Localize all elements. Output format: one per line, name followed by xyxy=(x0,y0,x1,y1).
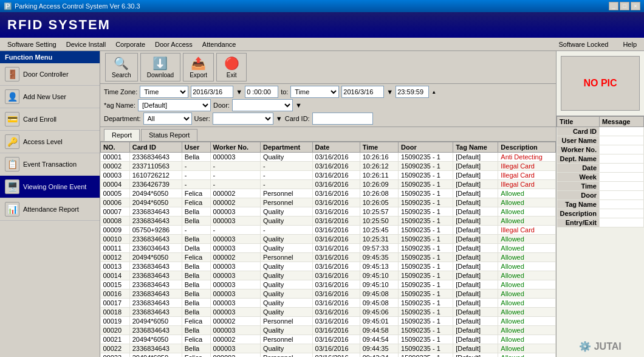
cell-date: 03/16/2016 xyxy=(312,317,360,326)
info-col-message: Message xyxy=(600,117,644,127)
sidebar-item-viewing-online-event[interactable]: 🖥️ Viewing Online Event xyxy=(0,176,100,198)
menu-software-setting[interactable]: Software Setting xyxy=(2,40,61,49)
cell-time: 10:26:11 xyxy=(360,171,398,180)
cell-dept: Quality xyxy=(260,207,312,217)
sidebar-item-add-new-user[interactable]: 👤 Add New User xyxy=(0,86,100,108)
cardid-input[interactable] xyxy=(312,113,373,125)
minimize-button[interactable]: _ xyxy=(609,2,618,10)
cell-date: 03/16/2016 xyxy=(312,271,360,280)
download-icon: ⬇️ xyxy=(152,56,168,71)
cell-dept: Quality xyxy=(260,326,312,335)
sidebar-label-door-controller: Door Controller xyxy=(23,71,69,78)
cell-no: 00013 xyxy=(101,262,130,271)
table-row[interactable]: 00023 20494*6050 Felica 000002 Personnel… xyxy=(101,353,556,358)
col-time: Time xyxy=(360,142,398,153)
cell-no: 00020 xyxy=(101,326,130,335)
cell-worker: 000003 xyxy=(210,244,260,253)
table-row[interactable]: 00011 2336034643 Della 000003 Quality 03… xyxy=(101,244,556,253)
cell-worker: 000002 xyxy=(210,335,260,344)
menu-corporate[interactable]: Corporate xyxy=(111,40,150,49)
cell-time: 09:45:10 xyxy=(360,280,398,289)
sidebar-item-door-controller[interactable]: 🚪 Door Controller xyxy=(0,63,100,86)
cell-time: 09:45:35 xyxy=(360,253,398,262)
table-row[interactable]: 00005 20494*6050 Felica 000002 Personnel… xyxy=(101,189,556,198)
table-row[interactable]: 00017 2336834643 Bella 000003 Quality 03… xyxy=(101,299,556,308)
table-row[interactable]: 00001 2336834643 Bella 000003 Quality 03… xyxy=(101,153,556,162)
cell-desc: Illegal Card xyxy=(498,226,556,235)
cell-tag: [Default] xyxy=(453,280,498,289)
tab-bar: Report Status Report xyxy=(100,127,556,142)
tab-status-report[interactable]: Status Report xyxy=(141,129,197,141)
maximize-button[interactable]: □ xyxy=(620,2,629,10)
table-wrapper[interactable]: NO. Card ID User Worker No. Department D… xyxy=(100,142,556,357)
table-row[interactable]: 00022 2336834643 Bella 000003 Quality 03… xyxy=(101,344,556,353)
door-select[interactable] xyxy=(232,99,293,111)
tab-report[interactable]: Report xyxy=(104,129,140,141)
sidebar-item-event-transaction[interactable]: 📋 Event Transaction xyxy=(0,153,100,176)
table-row[interactable]: 00009 05750+9286 - - - 03/16/2016 10:25:… xyxy=(101,226,556,235)
user-select[interactable] xyxy=(213,113,273,125)
table-row[interactable]: 00020 2336834643 Bella 000003 Quality 03… xyxy=(101,326,556,335)
table-row[interactable]: 00007 2336834643 Bella 000003 Quality 03… xyxy=(101,207,556,217)
exit-button[interactable]: 🔴 Exit xyxy=(216,53,247,81)
cell-door: 15090235 - 1 xyxy=(399,207,453,217)
timezone-select[interactable]: Time xyxy=(140,86,188,98)
download-button[interactable]: ⬇️ Download xyxy=(140,53,180,81)
cell-time: 09:45:10 xyxy=(360,271,398,280)
sidebar-item-access-level[interactable]: 🔑 Access Level xyxy=(0,131,100,153)
col-worker-no: Worker No. xyxy=(210,142,260,153)
date-from-input[interactable] xyxy=(191,86,233,98)
time-spinner-up[interactable]: ▲ xyxy=(431,89,436,95)
cell-time: 10:25:50 xyxy=(360,217,398,226)
search-button[interactable]: 🔍 Search xyxy=(105,53,138,81)
date-to-input[interactable] xyxy=(341,86,384,98)
attendance-report-icon: 📊 xyxy=(5,202,19,217)
cell-date: 03/16/2016 xyxy=(312,344,360,353)
cell-door: 15090235 - 1 xyxy=(399,217,453,226)
menu-help[interactable]: Help xyxy=(618,40,642,49)
info-table: Title Message Card ID User Name Worker N… xyxy=(557,116,644,227)
toolbar: 🔍 Search ⬇️ Download 📤 Export 🔴 Exit xyxy=(100,51,556,84)
table-row[interactable]: 00006 20494*6050 Felica 000002 Personnel… xyxy=(101,198,556,207)
info-title-cell: Description xyxy=(557,209,600,218)
menu-software-locked[interactable]: Software Locked xyxy=(553,40,613,49)
filter-row-1: Time Zone: Time ▼ to: Time ▼ ▲ xyxy=(104,86,552,98)
cell-time: 09:43:34 xyxy=(360,353,398,358)
cell-user: Felica xyxy=(182,335,210,344)
cell-date: 03/16/2016 xyxy=(312,253,360,262)
table-row[interactable]: 00018 2336834643 Bella 000003 Quality 03… xyxy=(101,308,556,317)
cell-worker: 000002 xyxy=(210,189,260,198)
export-button[interactable]: 📤 Export xyxy=(183,53,214,81)
table-row[interactable]: 00002 2337110563 - - - 03/16/2016 10:26:… xyxy=(101,162,556,171)
sidebar-item-card-enroll[interactable]: 💳 Card Enroll xyxy=(0,108,100,131)
table-row[interactable]: 00004 2336426739 - - - 03/16/2016 10:26:… xyxy=(101,180,556,189)
time-to-select[interactable]: Time xyxy=(290,86,339,98)
table-row[interactable]: 00015 2336834643 Bella 000003 Quality 03… xyxy=(101,280,556,289)
jutai-text: ⚙️ JUTAI xyxy=(579,341,622,352)
table-row[interactable]: 00021 20494*6050 Felica 000002 Personnel… xyxy=(101,335,556,344)
table-row[interactable]: 00019 20494*6050 Felica 000002 Personnel… xyxy=(101,317,556,326)
department-select[interactable]: All xyxy=(143,113,192,125)
sidebar-item-attendance-report[interactable]: 📊 Attendance Report xyxy=(0,198,100,221)
time-from-input[interactable] xyxy=(245,86,278,98)
door-label: Door: xyxy=(213,102,230,109)
table-row[interactable]: 00014 2336834643 Bella 000003 Quality 03… xyxy=(101,271,556,280)
table-row[interactable]: 00003 1610726212 - - - 03/16/2016 10:26:… xyxy=(101,171,556,180)
menu-door-access[interactable]: Door Access xyxy=(150,40,197,49)
close-button[interactable]: × xyxy=(631,2,640,10)
menu-device-install[interactable]: Device Install xyxy=(61,40,111,49)
table-row[interactable]: 00012 20494*6050 Felica 000002 Personnel… xyxy=(101,253,556,262)
tagname-select[interactable]: [Default] xyxy=(138,99,211,111)
table-body: 00001 2336834643 Bella 000003 Quality 03… xyxy=(101,153,556,358)
table-row[interactable]: 00016 2336834643 Bella 000003 Quality 03… xyxy=(101,289,556,299)
title-bar-controls[interactable]: _ □ × xyxy=(609,2,640,10)
cell-dept: Quality xyxy=(260,344,312,353)
table-row[interactable]: 00008 2336834643 Bella 000003 Quality 03… xyxy=(101,217,556,226)
cell-user: Bella xyxy=(182,308,210,317)
time-to-input[interactable] xyxy=(396,86,429,98)
info-value-cell xyxy=(600,182,644,191)
table-row[interactable]: 00013 2336834643 Bella 000003 Quality 03… xyxy=(101,262,556,271)
cell-date: 03/16/2016 xyxy=(312,171,360,180)
menu-attendance[interactable]: Attendance xyxy=(197,40,241,49)
table-row[interactable]: 00010 2336834643 Bella 000003 Quality 03… xyxy=(101,235,556,244)
